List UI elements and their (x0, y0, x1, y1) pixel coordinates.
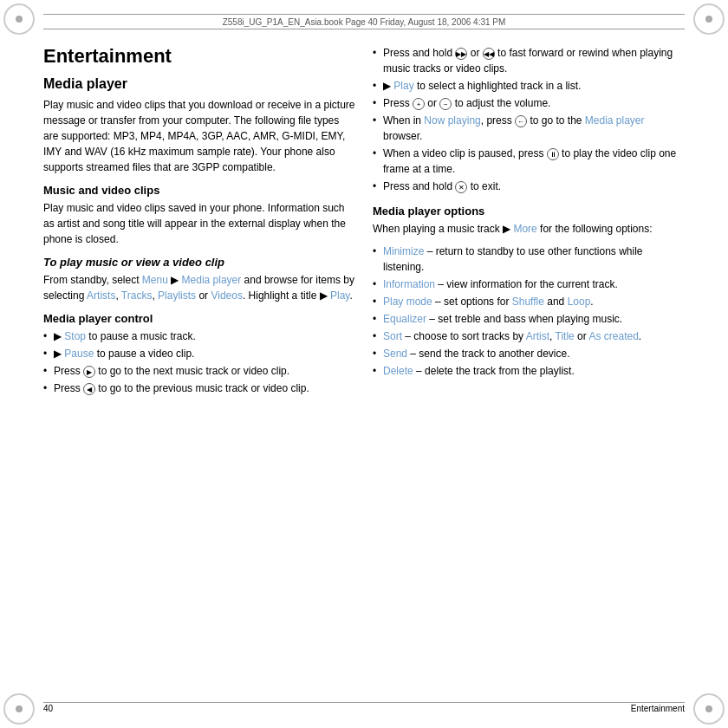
list-item: Delete – delete the track from the playl… (373, 363, 685, 379)
section-media-player-title: Media player (43, 76, 355, 92)
corner-decoration-tr (686, 0, 728, 42)
artists-link: Artists (87, 289, 115, 302)
minimize-link: Minimize (383, 245, 424, 257)
stop-link: Stop (64, 330, 86, 342)
header-bar: Z558i_UG_P1A_EN_Asia.book Page 40 Friday… (43, 14, 685, 29)
title-link: Title (556, 330, 575, 342)
page: Z558i_UG_P1A_EN_Asia.book Page 40 Friday… (0, 0, 728, 728)
section-media-player: Media player Play music and video clips … (43, 76, 355, 175)
equalizer-link: Equalizer (383, 313, 426, 325)
delete-link: Delete (383, 365, 413, 377)
page-title: Entertainment (43, 45, 355, 68)
right-column: Press and hold ▶▶ or ◀◀ to fast forward … (373, 36, 685, 695)
artist-link: Artist (526, 330, 549, 342)
list-item: When in Now playing, press ← to go to th… (373, 113, 685, 144)
footer-bar: 40 Entertainment (43, 702, 685, 714)
list-item: Send – send the track to another device. (373, 346, 685, 361)
section-media-player-intro: Play music and video clips that you down… (43, 97, 355, 175)
left-column: Entertainment Media player Play music an… (43, 36, 355, 695)
section-play-music-title: To play music or view a video clip (43, 256, 355, 269)
prev-icon: ◀ (83, 383, 95, 395)
ff-icon: ▶▶ (455, 48, 467, 60)
section-music-video-text: Play music and video clips saved in your… (43, 200, 355, 247)
playlists-link: Playlists (158, 289, 196, 302)
pause-link: Pause (64, 348, 94, 360)
vol-up-icon: + (413, 98, 425, 110)
corner-decoration-bl (0, 686, 42, 728)
list-item: Sort – choose to sort tracks by Artist, … (373, 328, 685, 344)
corner-decoration-tl (0, 0, 42, 42)
list-item: Press ▶ to go to the next music track or… (43, 363, 355, 379)
play-link: Play (330, 289, 349, 302)
list-item: Press and hold ✕ to exit. (373, 179, 685, 194)
exit-icon: ✕ (455, 181, 467, 193)
header-text: Z558i_UG_P1A_EN_Asia.book Page 40 Friday… (223, 17, 506, 27)
section-player-options: Media player options When playing a musi… (373, 205, 685, 379)
list-item: Play mode – set options for Shuffle and … (373, 294, 685, 309)
section-player-control: Media player control ▶ Stop to pause a m… (43, 312, 355, 396)
player-control-list: ▶ Stop to pause a music track. ▶ Pause t… (43, 328, 355, 396)
videos-link: Videos (211, 289, 242, 302)
list-item: Press + or − to adjust the volume. (373, 95, 685, 111)
options-intro: When playing a music track ▶ More for th… (373, 221, 685, 237)
rw-icon: ◀◀ (483, 48, 495, 60)
vol-down-icon: − (439, 98, 452, 110)
play-link2: Play (393, 80, 413, 92)
list-item: Equalizer – set treble and bass when pla… (373, 311, 685, 327)
main-content: Entertainment Media player Play music an… (43, 36, 685, 695)
footer-section: Entertainment (631, 704, 685, 713)
shuffle-link: Shuffle (512, 296, 544, 308)
list-item: Minimize – return to standby to use othe… (373, 244, 685, 275)
as-created-link: As created (588, 330, 638, 342)
play-mode-link: Play mode (383, 296, 432, 308)
list-item: ▶ Play to select a highlighted track in … (373, 78, 685, 94)
media-player-link: Media player (182, 274, 242, 286)
options-list: Minimize – return to standby to use othe… (373, 244, 685, 379)
media-player-link2: Media player (585, 114, 645, 127)
section-play-music-text: From standby, select Menu ▶ Media player… (43, 272, 355, 303)
loop-link: Loop (568, 296, 591, 308)
list-item: ▶ Pause to pause a video clip. (43, 346, 355, 361)
list-item: Press and hold ▶▶ or ◀◀ to fast forward … (373, 45, 685, 76)
now-playing-link: Now playing (424, 114, 480, 127)
next-icon: ▶ (83, 366, 95, 378)
information-link: Information (383, 278, 435, 290)
tracks-link: Tracks (121, 289, 153, 302)
more-link: More (513, 223, 536, 235)
section-player-options-title: Media player options (373, 205, 685, 218)
back-icon: ← (515, 115, 527, 127)
list-item: When a video clip is paused, press ⏸ to … (373, 146, 685, 177)
list-item: ▶ Stop to pause a music track. (43, 328, 355, 344)
page-number: 40 (43, 704, 53, 713)
menu-link: Menu (142, 274, 168, 286)
list-item: Press ◀ to go to the previous music trac… (43, 380, 355, 396)
section-music-video-title: Music and video clips (43, 184, 355, 197)
sort-link: Sort (383, 330, 402, 342)
send-link: Send (383, 348, 407, 360)
section-play-music: To play music or view a video clip From … (43, 256, 355, 303)
right-bullets-top: Press and hold ▶▶ or ◀◀ to fast forward … (373, 45, 685, 194)
section-music-video: Music and video clips Play music and vid… (43, 184, 355, 247)
frame-icon: ⏸ (547, 148, 559, 160)
section-player-control-title: Media player control (43, 312, 355, 325)
corner-decoration-br (686, 686, 728, 728)
list-item: Information – view information for the c… (373, 276, 685, 292)
